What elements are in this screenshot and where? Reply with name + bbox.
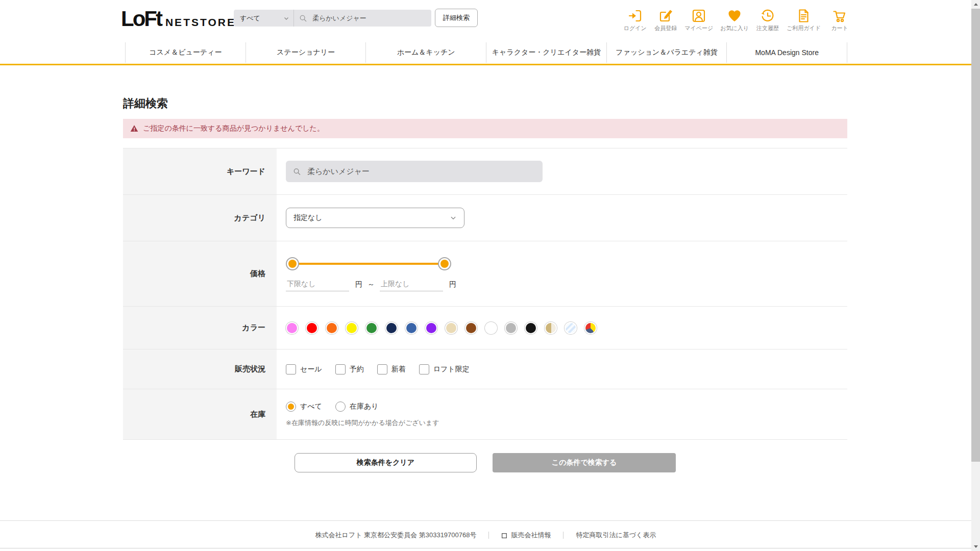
- price-slider-track: [292, 263, 445, 265]
- color-swatch-blue[interactable]: [405, 322, 418, 334]
- keyword-input[interactable]: [306, 167, 535, 177]
- color-swatch-navy[interactable]: [385, 322, 398, 334]
- new-arrival-checkbox-label: 新着: [391, 365, 406, 374]
- chevron-down-icon: [450, 214, 457, 221]
- color-swatch-gray[interactable]: [505, 322, 517, 334]
- color-swatch-brown[interactable]: [465, 322, 477, 334]
- search-icon: [299, 14, 307, 22]
- stock-options: すべて 在庫あり: [286, 402, 847, 412]
- cart-label: カート: [831, 24, 848, 32]
- advanced-search-button[interactable]: 詳細検索: [435, 9, 478, 27]
- color-swatch-beige[interactable]: [445, 322, 457, 334]
- scroll-down-icon: [974, 545, 978, 548]
- new-arrival-checkbox[interactable]: [377, 364, 387, 374]
- category-nav: コスメ＆ビューティー ステーショナリー ホーム＆キッチン キャラクター・クリエイ…: [125, 42, 847, 63]
- chevron-down-icon: [283, 15, 289, 21]
- stock-note: ※在庫情報の反映に時間がかかる場合がございます: [286, 418, 847, 428]
- warning-icon: [130, 124, 138, 133]
- scrollbar-thumb[interactable]: [971, 9, 980, 462]
- stock-row-value: すべて 在庫あり ※在庫情報の反映に時間がかかる場合がございます: [277, 389, 847, 439]
- price-row: 価格 円 ～ 円: [123, 241, 847, 307]
- footer-link-seller-info[interactable]: 販売会社情報: [501, 531, 551, 540]
- color-swatch-black[interactable]: [525, 322, 537, 334]
- color-swatch-red[interactable]: [306, 322, 318, 334]
- header-search-input[interactable]: [311, 14, 421, 22]
- mypage-link[interactable]: マイページ: [684, 7, 713, 32]
- nav-item-stationery[interactable]: ステーショナリー: [246, 42, 366, 63]
- favorites-link[interactable]: お気に入り: [720, 7, 749, 32]
- color-swatch-white[interactable]: [485, 322, 497, 334]
- price-min-input[interactable]: [286, 279, 349, 291]
- sale-checkbox[interactable]: [286, 364, 296, 374]
- nav-item-character-goods[interactable]: キャラクター・クリエイター雑貨: [486, 42, 606, 63]
- sales-status-options: セール 予約 新着 ロフト限定: [286, 364, 847, 374]
- color-swatch-gold[interactable]: [545, 322, 557, 334]
- guide-link[interactable]: ご利用ガイド: [787, 7, 821, 32]
- footer-divider: [488, 532, 489, 539]
- color-swatch-orange[interactable]: [326, 322, 338, 334]
- footer-link-seller-info-label: 販売会社情報: [511, 531, 551, 540]
- footer-company-text: 株式会社ロフト 東京都公安委員会 第303319700768号: [315, 531, 477, 540]
- keyword-input-wrap: [286, 161, 543, 182]
- color-row-value: [277, 307, 847, 349]
- category-select[interactable]: 指定なし: [286, 208, 464, 228]
- nav-item-home-kitchen[interactable]: ホーム＆キッチン: [365, 42, 486, 63]
- search-scope-value: すべて: [240, 14, 260, 23]
- price-max-input[interactable]: [380, 279, 443, 291]
- footer: 株式会社ロフト 東京都公安委員会 第303319700768号 販売会社情報 特…: [0, 520, 971, 540]
- keyword-row-label: キーワード: [123, 148, 277, 194]
- checkbox-option-new[interactable]: 新着: [377, 364, 406, 374]
- category-select-value: 指定なし: [293, 213, 323, 222]
- checkbox-option-reservation[interactable]: 予約: [335, 364, 364, 374]
- nav-item-cosme[interactable]: コスメ＆ビューティー: [125, 42, 246, 63]
- stock-row-label: 在庫: [123, 389, 277, 439]
- register-link[interactable]: 会員登録: [654, 7, 677, 32]
- register-icon: [658, 7, 673, 24]
- color-swatch-clear[interactable]: [565, 322, 577, 334]
- stock-row: 在庫 すべて 在庫あり ※在庫情報の反映に時間がかかる場合がございます: [123, 389, 847, 440]
- cart-link[interactable]: カート: [828, 7, 851, 32]
- footer-link-tokushoho-label: 特定商取引法に基づく表示: [576, 531, 656, 540]
- radio-option-all[interactable]: すべて: [286, 402, 322, 412]
- stock-all-radio[interactable]: [286, 402, 296, 412]
- favorites-icon: [727, 7, 742, 24]
- category-row-label: カテゴリ: [123, 195, 277, 241]
- loft-netstore-advanced-search-page: LoFt NETSTORE すべて 詳細検索: [0, 0, 980, 551]
- price-slider-max-handle[interactable]: [438, 257, 451, 270]
- color-row-label: カラー: [123, 307, 277, 349]
- nav-item-fashion-variety[interactable]: ファッション＆バラエティ雑貨: [606, 42, 727, 63]
- scrollbar-up-button[interactable]: [971, 0, 980, 9]
- color-swatch-green[interactable]: [365, 322, 378, 334]
- scrollbar-down-button[interactable]: [971, 542, 980, 551]
- footer-inner: 株式会社ロフト 東京都公安委員会 第303319700768号 販売会社情報 特…: [0, 531, 971, 540]
- register-label: 会員登録: [654, 24, 677, 32]
- color-swatch-purple[interactable]: [425, 322, 437, 334]
- radio-option-in-stock[interactable]: 在庫あり: [335, 402, 379, 412]
- price-range-slider: [286, 257, 451, 270]
- vertical-scrollbar[interactable]: [971, 0, 980, 551]
- checkbox-option-sale[interactable]: セール: [286, 364, 322, 374]
- sales-status-row-value: セール 予約 新着 ロフト限定: [277, 349, 847, 389]
- guide-icon: [796, 7, 811, 24]
- search-scope-select[interactable]: すべて: [234, 10, 293, 27]
- favorites-label: お気に入り: [720, 24, 749, 32]
- color-swatch-multicolor[interactable]: [584, 322, 597, 334]
- order-history-link[interactable]: 注文履歴: [756, 7, 779, 32]
- header-search-input-wrap: [294, 10, 431, 27]
- color-swatch-yellow[interactable]: [346, 322, 358, 334]
- loft-netstore-logo[interactable]: LoFt NETSTORE: [121, 8, 236, 30]
- footer-divider: [563, 532, 564, 539]
- login-link[interactable]: ログイン: [623, 7, 647, 32]
- clear-search-conditions-button[interactable]: 検索条件をクリア: [295, 453, 477, 472]
- search-with-conditions-button[interactable]: この条件で検索する: [493, 453, 676, 472]
- price-slider-min-handle[interactable]: [286, 257, 299, 270]
- checkbox-option-loft-limited[interactable]: ロフト限定: [419, 364, 470, 374]
- price-max-unit: 円: [449, 280, 456, 289]
- loft-limited-checkbox[interactable]: [419, 364, 429, 374]
- color-swatch-pink[interactable]: [286, 322, 298, 334]
- reservation-checkbox[interactable]: [335, 364, 346, 374]
- order-history-label: 注文履歴: [756, 24, 779, 32]
- footer-link-tokushoho[interactable]: 特定商取引法に基づく表示: [576, 531, 656, 540]
- in-stock-radio[interactable]: [335, 402, 346, 412]
- nav-item-moma[interactable]: MoMA Design Store: [726, 42, 847, 63]
